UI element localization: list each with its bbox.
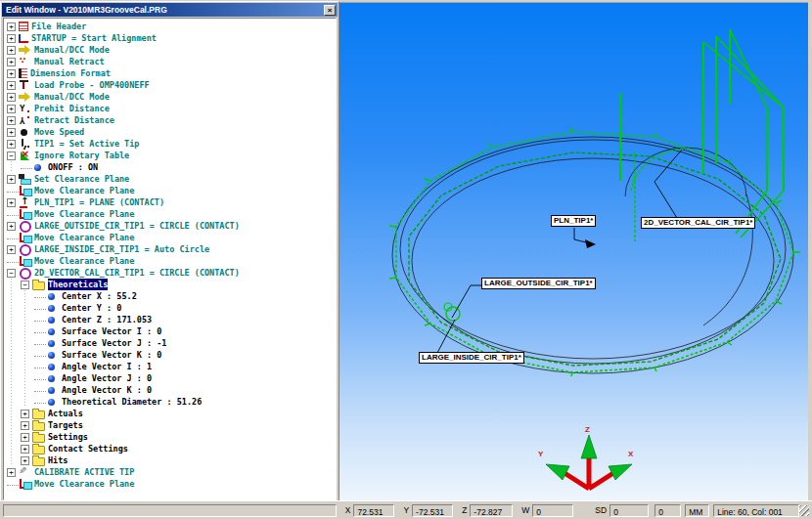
tree-item-label[interactable]: Prehit Distance [34,103,110,114]
tree-item-label[interactable]: Settings [48,431,88,443]
collapse-toggle[interactable]: − [7,151,16,160]
expand-toggle[interactable]: + [7,58,16,66]
tree-item-label[interactable]: ONOFF : ON [48,161,98,173]
tree-item-label[interactable]: 2D_VECTOR_CAL_CIR_TIP1 = CIRCLE (CONTACT… [34,267,240,279]
tree-item[interactable]: +LARGE_INSIDE_CIR_TIP1 = Auto Circle [4,243,336,255]
expand-toggle[interactable]: + [7,46,16,55]
tree-item[interactable]: +STARTUP = Start Alignment [4,32,336,44]
tree-item-label[interactable]: Retract Distance [34,114,114,126]
tree-item[interactable]: +TIP1 = Set Active Tip [4,138,336,150]
expand-toggle[interactable]: + [21,421,29,430]
tree-item[interactable]: Angle Vector K : 0 [4,384,336,396]
tree-item[interactable]: Surface Vector K : 0 [4,349,336,361]
tree-item-label[interactable]: Theoreticals [48,279,108,290]
expand-toggle[interactable]: + [7,93,16,102]
feature-label-large-inside-cir[interactable]: LARGE_INSIDE_CIR_TIP1* [419,352,524,364]
expand-toggle[interactable]: + [7,34,16,43]
expand-toggle[interactable]: + [7,116,16,125]
tree-item-label[interactable]: Targets [48,419,83,431]
tree-item-label[interactable]: Manual/DCC Mode [34,91,110,103]
expand-toggle[interactable]: + [7,468,16,477]
tree-item-label[interactable]: Actuals [48,408,83,419]
tree-item-label[interactable]: Center X : 55.2 [62,290,137,302]
tree-item-label[interactable]: Center Z : 171.053 [62,314,152,325]
tree-item-label[interactable]: LARGE_OUTSIDE_CIR_TIP1 = CIRCLE (CONTACT… [34,220,240,232]
expand-toggle[interactable]: + [21,445,29,454]
tree-item[interactable]: +Targets [4,419,336,431]
tree-item[interactable]: −Theoreticals [4,279,336,290]
tree-item-label[interactable]: Set Clearance Plane [34,173,129,185]
collapse-toggle[interactable]: − [21,281,29,289]
tree-item-label[interactable]: Ignore Rotary Table [34,150,129,161]
expand-toggle[interactable]: + [21,410,29,418]
resize-grip[interactable] [799,505,809,516]
tree-item-label[interactable]: Hits [48,454,68,466]
tree-item-label[interactable]: Manual Retract [34,56,105,67]
tree-item-label[interactable]: Contact Settings [48,443,128,454]
tree-item[interactable]: Center Z : 171.053 [4,314,336,325]
tree-item[interactable]: +Manual/DCC Mode [4,91,336,103]
tree-item[interactable]: Surface Vector I : 0 [4,325,336,337]
tree-item[interactable]: +Retract Distance [4,114,336,126]
expand-toggle[interactable]: + [7,175,16,184]
tree-item[interactable]: ONOFF : ON [4,161,336,173]
expand-toggle[interactable]: + [21,433,29,442]
tree-item[interactable]: +Move Speed [4,126,336,138]
tree-item[interactable]: +Dimension Format [4,67,336,79]
tree-item-label[interactable]: Move Clearance Plane [34,185,134,196]
expand-toggle[interactable]: + [7,140,16,149]
collapse-toggle[interactable]: − [7,269,16,278]
tree-item[interactable]: +Hits [4,454,336,466]
tree-item[interactable]: Angle Vector I : 1 [4,361,336,372]
expand-toggle[interactable]: + [7,245,16,254]
expand-toggle[interactable]: + [7,222,16,231]
tree-item-label[interactable]: Center Y : 0 [62,302,121,314]
tree-item[interactable]: +Set Clearance Plane [4,173,336,185]
feature-label-2d-vector-cal-cir[interactable]: 2D_VECTOR_CAL_CIR_TIP1* [641,217,755,229]
tree-item-label[interactable]: File Header [31,21,86,32]
tree-item[interactable]: Move Clearance Plane [4,478,336,490]
expand-toggle[interactable]: + [7,198,16,207]
feature-label-large-outside-cir[interactable]: LARGE_OUTSIDE_CIR_TIP1* [481,278,596,289]
feature-label-pln-tip1[interactable]: PLN_TIP1* [551,215,596,227]
tree-item[interactable]: Theoretical Diameter : 51.26 [4,396,336,408]
tree-item[interactable]: Angle Vector J : 0 [4,372,336,384]
tree-item-label[interactable]: Surface Vector I : 0 [62,325,161,337]
tree-item[interactable]: Move Clearance Plane [4,208,336,220]
tree-item-label[interactable]: Theoretical Diameter : 51.26 [62,396,202,408]
expand-toggle[interactable]: + [21,456,29,465]
expand-toggle[interactable]: + [7,22,16,31]
tree-item[interactable]: +Prehit Distance [4,103,336,114]
tree-item-label[interactable]: Move Clearance Plane [34,232,134,243]
expand-toggle[interactable]: + [7,105,16,113]
edit-window-titlebar[interactable]: Edit Window - V2010MR3GrooveCal.PRG × [2,3,338,17]
expand-toggle[interactable]: + [7,81,16,90]
tree-item[interactable]: Move Clearance Plane [4,255,336,267]
tree-item[interactable]: +Settings [4,431,336,443]
tree-item[interactable]: −2D_VECTOR_CAL_CIR_TIP1 = CIRCLE (CONTAC… [4,267,336,279]
tree-item-label[interactable]: Manual/DCC Mode [34,44,110,56]
tree-item-label[interactable]: Move Clearance Plane [34,208,134,220]
tree-item[interactable]: Move Clearance Plane [4,232,336,243]
tree-item[interactable]: +Manual Retract [4,56,336,67]
tree-item-label[interactable]: Angle Vector I : 1 [62,361,152,372]
tree-item-label[interactable]: Angle Vector K : 0 [62,384,152,396]
tree-item[interactable]: +LARGE_OUTSIDE_CIR_TIP1 = CIRCLE (CONTAC… [4,220,336,232]
tree-item[interactable]: +PLN_TIP1 = PLANE (CONTACT) [4,196,336,208]
tree-item-label[interactable]: Load Probe - OMP400NEFF [34,79,150,91]
tree-item[interactable]: Center Y : 0 [4,302,336,314]
tree-item[interactable]: +Manual/DCC Mode [4,44,336,56]
expand-toggle[interactable]: + [7,128,16,137]
tree-item-label[interactable]: Angle Vector J : 0 [62,372,152,384]
tree-item[interactable]: +Load Probe - OMP400NEFF [4,79,336,91]
tree-item-label[interactable]: Surface Vector K : 0 [62,349,161,361]
program-tree[interactable]: +File Header+STARTUP = Start Alignment+M… [3,18,337,500]
tree-item-label[interactable]: PLN_TIP1 = PLANE (CONTACT) [34,196,164,208]
expand-toggle[interactable]: + [7,69,16,78]
tree-item[interactable]: Surface Vector J : -1 [4,337,336,349]
tree-item-label[interactable]: Move Speed [34,126,84,138]
tree-item[interactable]: +CALIBRATE ACTIVE TIP [4,466,336,478]
tree-item[interactable]: +Contact Settings [4,443,336,454]
tree-item-label[interactable]: Dimension Format [30,67,111,79]
tree-item[interactable]: −Ignore Rotary Table [4,150,336,161]
